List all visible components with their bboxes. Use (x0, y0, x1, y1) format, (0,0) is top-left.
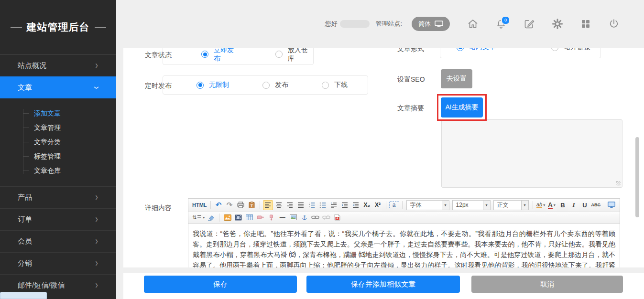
logout-power-icon[interactable] (608, 18, 620, 30)
sidebar-item-orders[interactable]: 订单 › (0, 208, 116, 230)
cancel-button[interactable]: 取消 (471, 276, 623, 293)
radio-to-warehouse[interactable]: 放入仓库 (275, 48, 314, 63)
radio-publish-now[interactable]: 立即发布 (201, 48, 240, 63)
paste-as-text-icon[interactable]: T (247, 200, 257, 210)
submenu-item-tag-manage[interactable]: 标签管理 (0, 149, 116, 163)
sidebar-item-site-overview[interactable]: 站点概况 › (0, 54, 116, 76)
app-logo: 建站管理后台 (0, 0, 116, 54)
align-left-icon[interactable] (263, 200, 273, 210)
apps-grid-icon[interactable] (580, 18, 591, 30)
line-height-button[interactable]: ⇅ ▾ (192, 213, 205, 223)
font-color-label: A (548, 201, 552, 209)
sidebar-item-articles[interactable]: 文章 › (0, 76, 116, 98)
app-title: 建站管理后台 (27, 21, 90, 34)
horizontal-rule-button[interactable]: — (277, 213, 287, 223)
fullscreen-preview-icon[interactable] (606, 200, 616, 210)
sidebar-item-products[interactable]: 产品 › (0, 186, 116, 208)
insert-link-icon[interactable] (310, 213, 320, 223)
radio-circle-checked (457, 48, 464, 51)
italic-button[interactable]: I (569, 200, 579, 210)
manage-site-label: 管理站点: (375, 20, 402, 28)
sidebar-item-distribution[interactable]: 分销 › (0, 252, 116, 274)
sidebar-item-members[interactable]: 会员 › (0, 230, 116, 252)
submenu-item-article-category[interactable]: 文章分类 (0, 135, 116, 149)
top-header: 您好 管理站点: 简体 0 (116, 0, 644, 48)
undo-icon[interactable]: ↶ (214, 200, 224, 210)
column-break-icon[interactable] (266, 213, 276, 223)
toolbar-separator (386, 201, 386, 209)
align-center-icon[interactable] (274, 200, 284, 210)
caret-down-icon: ▾ (543, 203, 545, 207)
insert-image-icon[interactable] (222, 213, 232, 223)
paragraph-format-select[interactable]: 正文 ▾ (493, 200, 529, 210)
radio-offline[interactable]: 下线 (322, 81, 348, 89)
html-source-button[interactable]: HTML (192, 200, 207, 210)
radio-external-link[interactable]: 站外链接 (551, 48, 590, 52)
indent-increase-icon[interactable] (340, 200, 350, 210)
remove-link-icon[interactable] (321, 213, 331, 223)
radio-label: 下线 (334, 81, 348, 89)
sidebar-item-label: 会员 (18, 237, 32, 246)
indent-decrease-icon[interactable] (351, 200, 361, 210)
textarea-resize-handle[interactable] (616, 181, 621, 186)
screenshot-icon[interactable] (288, 213, 298, 223)
underline-button[interactable]: U (580, 200, 590, 210)
language-switch-button[interactable]: 简体 (412, 17, 450, 31)
radio-publish[interactable]: 发布 (262, 81, 288, 89)
schedule-options: 无限制 发布 下线 (163, 75, 368, 95)
summary-textarea[interactable] (441, 119, 622, 188)
highlight-color-button[interactable]: ab ▾ (536, 200, 546, 210)
unordered-list-icon[interactable] (318, 200, 328, 210)
admin-app: 建站管理后台 站点概况 › 文章 › 添加文章 文章管理 文章分类 标签管理 文… (0, 0, 644, 299)
print-icon[interactable] (236, 200, 246, 210)
settings-gear-icon[interactable] (552, 18, 563, 30)
submenu-item-article-warehouse[interactable]: 文章仓库 (0, 163, 116, 178)
strikethrough-button[interactable]: ABC (591, 200, 601, 210)
submenu-item-add-article[interactable]: 添加文章 (0, 106, 116, 120)
chevron-right-icon: › (95, 236, 98, 246)
editor-content[interactable]: 我说道：“爸爸，你走吧。”他往车外看了看，说：“我买几个橘子去。你就在此地，不要… (188, 224, 620, 267)
seo-settings-button[interactable]: 去设置 (441, 69, 472, 88)
font-color-button[interactable]: A ▾ (547, 200, 557, 210)
notifications-bell-icon[interactable]: 0 (495, 18, 507, 30)
radio-label: 发布 (275, 81, 288, 89)
username-blurred (340, 20, 370, 28)
radio-internal-article[interactable]: 站内文章 (457, 48, 496, 52)
save-and-add-similar-button[interactable]: 保存并添加相似文章 (306, 276, 460, 293)
field-label-summary: 文章摘要 (397, 104, 424, 113)
first-line-indent-icon[interactable] (329, 200, 339, 210)
import-word-doc-icon[interactable]: A (332, 213, 342, 223)
format-eraser-icon[interactable] (206, 213, 216, 223)
insert-table-icon[interactable] (244, 213, 254, 223)
radio-no-limit[interactable]: 无限制 (196, 81, 229, 89)
page-scrollbar-thumb[interactable] (635, 137, 639, 217)
superscript-button[interactable]: X² (373, 200, 383, 210)
bold-button[interactable]: B (558, 200, 568, 210)
font-size-select[interactable]: 12px ▾ (452, 200, 491, 210)
svg-text:T: T (251, 203, 253, 208)
align-justify-icon[interactable] (296, 200, 306, 210)
radio-circle (551, 48, 558, 51)
select-caret-icon: ▾ (483, 201, 490, 210)
home-icon[interactable] (467, 18, 479, 30)
submenu-item-article-manage[interactable]: 文章管理 (0, 120, 116, 135)
chevron-right-icon: › (95, 214, 98, 224)
sidebar-item-label: 订单 (18, 215, 32, 224)
toolbar-separator (219, 214, 219, 222)
align-right-icon[interactable] (285, 200, 295, 210)
rich-text-editor: HTML ↶ ↷ T (188, 198, 620, 267)
subscript-button[interactable]: X₂ (362, 200, 372, 210)
ordered-list-icon[interactable] (307, 200, 317, 210)
save-button[interactable]: 保存 (144, 276, 297, 293)
sidebar-item-label: 分销 (18, 259, 32, 268)
insert-video-icon[interactable] (233, 213, 243, 223)
anchor-text-button[interactable]: a (389, 201, 399, 209)
page-break-icon[interactable] (255, 213, 265, 223)
notification-badge: 0 (501, 16, 510, 25)
anchor-icon[interactable]: ⚓ (299, 213, 309, 223)
font-family-select[interactable]: 字体 ▾ (406, 200, 449, 210)
edit-post-icon[interactable] (524, 18, 535, 30)
radio-label: 立即发布 (214, 48, 240, 63)
radio-label: 放入仓库 (288, 48, 314, 63)
redo-icon[interactable]: ↷ (225, 200, 235, 210)
